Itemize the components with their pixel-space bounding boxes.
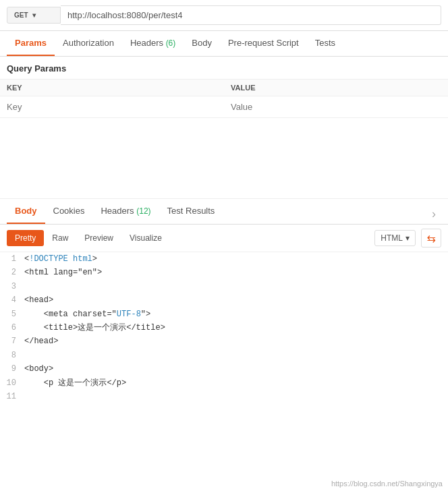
table-row <box>0 96 448 118</box>
line-number: 9 <box>0 362 24 376</box>
line-content <box>24 390 448 403</box>
more-options-icon[interactable]: › <box>432 207 441 216</box>
response-tab-test-results[interactable]: Test Results <box>159 199 223 224</box>
line-content: <!DOCTYPE html> <box>24 252 448 266</box>
tab-pre-request-script[interactable]: Pre-request Script <box>220 31 307 56</box>
method-label: GET <box>14 11 28 19</box>
code-line: 7</head> <box>0 335 448 348</box>
format-select[interactable]: HTML▾ <box>374 230 416 246</box>
view-btn-visualize[interactable]: Visualize <box>121 230 170 246</box>
tab-params[interactable]: Params <box>7 31 55 56</box>
format-arrow: ▾ <box>405 233 410 243</box>
tab-badge: (6) <box>166 38 176 48</box>
line-number: 2 <box>0 266 24 279</box>
line-number: 7 <box>0 335 24 348</box>
key-input[interactable] <box>7 102 217 112</box>
wrap-button[interactable]: ⇄ <box>421 229 441 248</box>
line-content: <body> <box>24 362 448 376</box>
code-line: 10 <p 这是一个演示</p> <box>0 376 448 390</box>
params-table: KEY VALUE <box>0 79 448 118</box>
line-number: 1 <box>0 252 24 266</box>
line-number: 3 <box>0 280 24 293</box>
tab-authorization[interactable]: Authorization <box>55 31 122 56</box>
url-bar: GET ▾ <box>0 0 448 31</box>
line-content <box>24 349 448 362</box>
value-cell[interactable] <box>224 96 448 118</box>
line-content: </head> <box>24 335 448 348</box>
query-params-header: Query Params <box>0 57 448 79</box>
code-line: 4<head> <box>0 293 448 307</box>
watermark: https://blog.csdn.net/Shangxingya <box>331 480 443 488</box>
line-content <box>24 280 448 293</box>
url-input[interactable] <box>61 5 441 25</box>
tab-headers[interactable]: Headers (6) <box>122 31 184 56</box>
format-label: HTML <box>381 233 403 243</box>
line-number: 11 <box>0 390 24 403</box>
key-column-header: KEY <box>0 80 224 96</box>
view-btn-pretty[interactable]: Pretty <box>7 230 44 246</box>
middle-space <box>0 118 448 199</box>
response-tab-headers[interactable]: Headers (12) <box>92 199 159 224</box>
response-tab-body[interactable]: Body <box>7 199 45 224</box>
view-btn-preview[interactable]: Preview <box>76 230 121 246</box>
code-line: 5 <meta charset="UTF-8"> <box>0 308 448 321</box>
line-number: 10 <box>0 376 24 390</box>
line-content: <meta charset="UTF-8"> <box>24 308 448 321</box>
view-btn-raw[interactable]: Raw <box>44 230 76 246</box>
request-tabs: ParamsAuthorizationHeaders (6)BodyPre-re… <box>0 31 448 57</box>
response-tabs: BodyCookiesHeaders (12)Test Results› <box>0 199 448 225</box>
code-line: 1<!DOCTYPE html> <box>0 252 448 266</box>
line-number: 6 <box>0 321 24 335</box>
code-line: 11 <box>0 390 448 403</box>
line-content: <html lang="en"> <box>24 266 448 279</box>
code-line: 8 <box>0 349 448 362</box>
method-dropdown[interactable]: GET ▾ <box>7 7 61 24</box>
line-content: <p 这是一个演示</p> <box>24 376 448 390</box>
line-content: <head> <box>24 293 448 307</box>
tab-badge: (12) <box>136 206 150 216</box>
wrap-icon: ⇄ <box>427 232 436 245</box>
key-cell[interactable] <box>0 96 224 118</box>
body-toolbar: PrettyRawPreviewVisualizeHTML▾⇄ <box>0 225 448 252</box>
code-block: 1<!DOCTYPE html>2<html lang="en">3 4<hea… <box>0 252 448 403</box>
tab-body[interactable]: Body <box>184 31 220 56</box>
line-number: 5 <box>0 308 24 321</box>
code-line: 2<html lang="en"> <box>0 266 448 279</box>
tab-tests[interactable]: Tests <box>307 31 343 56</box>
code-line: 6 <title>这是一个演示</title> <box>0 321 448 335</box>
response-tab-cookies[interactable]: Cookies <box>45 199 93 224</box>
code-line: 3 <box>0 280 448 293</box>
value-input[interactable] <box>231 102 441 112</box>
dropdown-arrow: ▾ <box>32 11 36 19</box>
line-content: <title>这是一个演示</title> <box>24 321 448 335</box>
value-column-header: VALUE <box>224 80 448 96</box>
code-line: 9<body> <box>0 362 448 376</box>
line-number: 8 <box>0 349 24 362</box>
line-number: 4 <box>0 293 24 307</box>
